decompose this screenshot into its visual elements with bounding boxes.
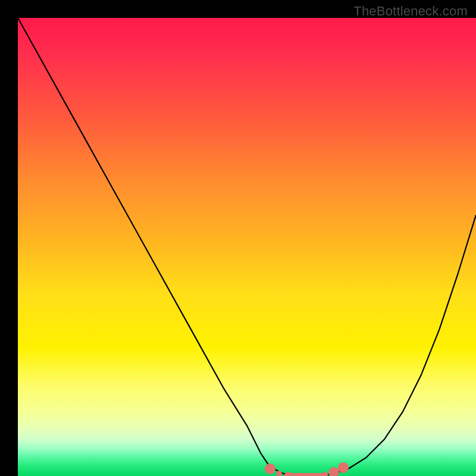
curve-marker xyxy=(295,473,300,476)
curve-marker xyxy=(313,473,319,476)
curve-marker xyxy=(285,472,291,476)
curve-marker xyxy=(303,473,309,476)
bottleneck-curve xyxy=(18,18,476,476)
curve-marker xyxy=(265,464,275,474)
chart-area xyxy=(18,18,476,476)
curve-marker xyxy=(338,462,349,473)
watermark-text: TheBottleneck.com xyxy=(353,4,468,19)
curve-marker xyxy=(322,472,328,476)
curve-marker xyxy=(276,471,282,476)
